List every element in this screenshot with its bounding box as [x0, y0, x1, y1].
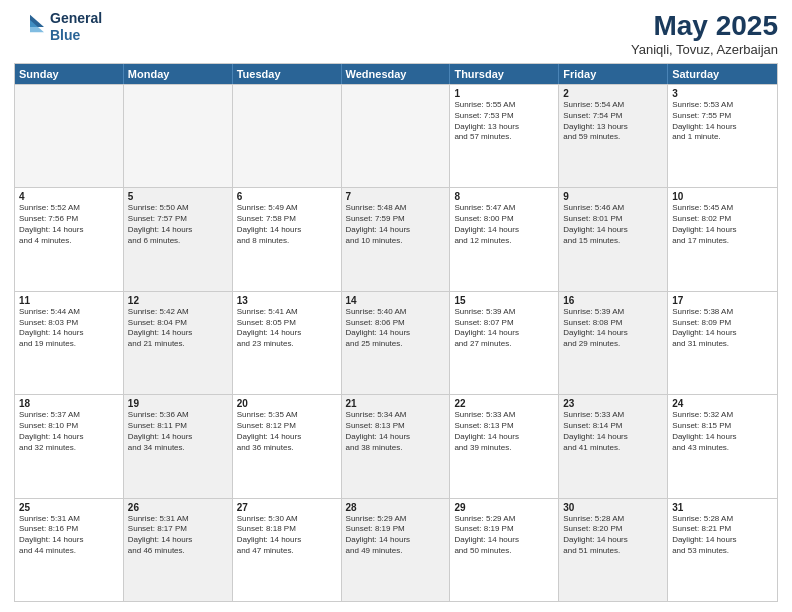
calendar-row-1: 4Sunrise: 5:52 AM Sunset: 7:56 PM Daylig… [15, 187, 777, 290]
cell-info: Sunrise: 5:52 AM Sunset: 7:56 PM Dayligh… [19, 203, 119, 246]
calendar-cell-3: 3Sunrise: 5:53 AM Sunset: 7:55 PM Daylig… [668, 85, 777, 187]
calendar-cell-17: 17Sunrise: 5:38 AM Sunset: 8:09 PM Dayli… [668, 292, 777, 394]
cell-info: Sunrise: 5:31 AM Sunset: 8:16 PM Dayligh… [19, 514, 119, 557]
calendar-row-2: 11Sunrise: 5:44 AM Sunset: 8:03 PM Dayli… [15, 291, 777, 394]
day-number: 14 [346, 295, 446, 306]
day-number: 8 [454, 191, 554, 202]
header-day-wednesday: Wednesday [342, 64, 451, 84]
day-number: 20 [237, 398, 337, 409]
calendar-cell-22: 22Sunrise: 5:33 AM Sunset: 8:13 PM Dayli… [450, 395, 559, 497]
cell-info: Sunrise: 5:39 AM Sunset: 8:08 PM Dayligh… [563, 307, 663, 350]
calendar-row-4: 25Sunrise: 5:31 AM Sunset: 8:16 PM Dayli… [15, 498, 777, 601]
calendar-cell-empty-0-0 [15, 85, 124, 187]
header-day-tuesday: Tuesday [233, 64, 342, 84]
calendar-row-0: 1Sunrise: 5:55 AM Sunset: 7:53 PM Daylig… [15, 84, 777, 187]
cell-info: Sunrise: 5:47 AM Sunset: 8:00 PM Dayligh… [454, 203, 554, 246]
cell-info: Sunrise: 5:38 AM Sunset: 8:09 PM Dayligh… [672, 307, 773, 350]
calendar-cell-14: 14Sunrise: 5:40 AM Sunset: 8:06 PM Dayli… [342, 292, 451, 394]
cell-info: Sunrise: 5:29 AM Sunset: 8:19 PM Dayligh… [346, 514, 446, 557]
cell-info: Sunrise: 5:50 AM Sunset: 7:57 PM Dayligh… [128, 203, 228, 246]
calendar-cell-8: 8Sunrise: 5:47 AM Sunset: 8:00 PM Daylig… [450, 188, 559, 290]
cell-info: Sunrise: 5:44 AM Sunset: 8:03 PM Dayligh… [19, 307, 119, 350]
day-number: 25 [19, 502, 119, 513]
day-number: 29 [454, 502, 554, 513]
cell-info: Sunrise: 5:54 AM Sunset: 7:54 PM Dayligh… [563, 100, 663, 143]
calendar-cell-empty-0-2 [233, 85, 342, 187]
calendar-header: SundayMondayTuesdayWednesdayThursdayFrid… [15, 64, 777, 84]
page: General Blue May 2025 Yaniqli, Tovuz, Az… [0, 0, 792, 612]
calendar-cell-7: 7Sunrise: 5:48 AM Sunset: 7:59 PM Daylig… [342, 188, 451, 290]
cell-info: Sunrise: 5:33 AM Sunset: 8:14 PM Dayligh… [563, 410, 663, 453]
day-number: 12 [128, 295, 228, 306]
title-block: May 2025 Yaniqli, Tovuz, Azerbaijan [631, 10, 778, 57]
day-number: 5 [128, 191, 228, 202]
calendar-cell-23: 23Sunrise: 5:33 AM Sunset: 8:14 PM Dayli… [559, 395, 668, 497]
day-number: 26 [128, 502, 228, 513]
day-number: 2 [563, 88, 663, 99]
calendar-cell-empty-0-3 [342, 85, 451, 187]
calendar-cell-5: 5Sunrise: 5:50 AM Sunset: 7:57 PM Daylig… [124, 188, 233, 290]
calendar-cell-16: 16Sunrise: 5:39 AM Sunset: 8:08 PM Dayli… [559, 292, 668, 394]
cell-info: Sunrise: 5:49 AM Sunset: 7:58 PM Dayligh… [237, 203, 337, 246]
calendar-cell-13: 13Sunrise: 5:41 AM Sunset: 8:05 PM Dayli… [233, 292, 342, 394]
header-day-monday: Monday [124, 64, 233, 84]
cell-info: Sunrise: 5:42 AM Sunset: 8:04 PM Dayligh… [128, 307, 228, 350]
calendar-cell-21: 21Sunrise: 5:34 AM Sunset: 8:13 PM Dayli… [342, 395, 451, 497]
day-number: 17 [672, 295, 773, 306]
main-title: May 2025 [631, 10, 778, 42]
calendar-cell-10: 10Sunrise: 5:45 AM Sunset: 8:02 PM Dayli… [668, 188, 777, 290]
calendar-cell-18: 18Sunrise: 5:37 AM Sunset: 8:10 PM Dayli… [15, 395, 124, 497]
day-number: 18 [19, 398, 119, 409]
calendar-cell-12: 12Sunrise: 5:42 AM Sunset: 8:04 PM Dayli… [124, 292, 233, 394]
day-number: 4 [19, 191, 119, 202]
calendar-cell-24: 24Sunrise: 5:32 AM Sunset: 8:15 PM Dayli… [668, 395, 777, 497]
day-number: 21 [346, 398, 446, 409]
day-number: 3 [672, 88, 773, 99]
cell-info: Sunrise: 5:53 AM Sunset: 7:55 PM Dayligh… [672, 100, 773, 143]
cell-info: Sunrise: 5:55 AM Sunset: 7:53 PM Dayligh… [454, 100, 554, 143]
logo-text: General Blue [50, 10, 102, 44]
calendar-cell-1: 1Sunrise: 5:55 AM Sunset: 7:53 PM Daylig… [450, 85, 559, 187]
day-number: 31 [672, 502, 773, 513]
day-number: 13 [237, 295, 337, 306]
day-number: 19 [128, 398, 228, 409]
cell-info: Sunrise: 5:29 AM Sunset: 8:19 PM Dayligh… [454, 514, 554, 557]
cell-info: Sunrise: 5:31 AM Sunset: 8:17 PM Dayligh… [128, 514, 228, 557]
day-number: 28 [346, 502, 446, 513]
cell-info: Sunrise: 5:45 AM Sunset: 8:02 PM Dayligh… [672, 203, 773, 246]
day-number: 22 [454, 398, 554, 409]
cell-info: Sunrise: 5:28 AM Sunset: 8:21 PM Dayligh… [672, 514, 773, 557]
calendar-cell-31: 31Sunrise: 5:28 AM Sunset: 8:21 PM Dayli… [668, 499, 777, 601]
calendar-cell-25: 25Sunrise: 5:31 AM Sunset: 8:16 PM Dayli… [15, 499, 124, 601]
calendar-cell-empty-0-1 [124, 85, 233, 187]
calendar-cell-28: 28Sunrise: 5:29 AM Sunset: 8:19 PM Dayli… [342, 499, 451, 601]
cell-info: Sunrise: 5:46 AM Sunset: 8:01 PM Dayligh… [563, 203, 663, 246]
calendar-cell-30: 30Sunrise: 5:28 AM Sunset: 8:20 PM Dayli… [559, 499, 668, 601]
logo: General Blue [14, 10, 102, 44]
cell-info: Sunrise: 5:37 AM Sunset: 8:10 PM Dayligh… [19, 410, 119, 453]
cell-info: Sunrise: 5:40 AM Sunset: 8:06 PM Dayligh… [346, 307, 446, 350]
cell-info: Sunrise: 5:30 AM Sunset: 8:18 PM Dayligh… [237, 514, 337, 557]
day-number: 9 [563, 191, 663, 202]
calendar-cell-19: 19Sunrise: 5:36 AM Sunset: 8:11 PM Dayli… [124, 395, 233, 497]
cell-info: Sunrise: 5:33 AM Sunset: 8:13 PM Dayligh… [454, 410, 554, 453]
calendar-cell-9: 9Sunrise: 5:46 AM Sunset: 8:01 PM Daylig… [559, 188, 668, 290]
cell-info: Sunrise: 5:48 AM Sunset: 7:59 PM Dayligh… [346, 203, 446, 246]
day-number: 16 [563, 295, 663, 306]
header-day-saturday: Saturday [668, 64, 777, 84]
day-number: 7 [346, 191, 446, 202]
day-number: 27 [237, 502, 337, 513]
header-day-thursday: Thursday [450, 64, 559, 84]
cell-info: Sunrise: 5:32 AM Sunset: 8:15 PM Dayligh… [672, 410, 773, 453]
subtitle: Yaniqli, Tovuz, Azerbaijan [631, 42, 778, 57]
header: General Blue May 2025 Yaniqli, Tovuz, Az… [14, 10, 778, 57]
header-day-friday: Friday [559, 64, 668, 84]
calendar-cell-26: 26Sunrise: 5:31 AM Sunset: 8:17 PM Dayli… [124, 499, 233, 601]
day-number: 15 [454, 295, 554, 306]
calendar-cell-15: 15Sunrise: 5:39 AM Sunset: 8:07 PM Dayli… [450, 292, 559, 394]
day-number: 1 [454, 88, 554, 99]
calendar-cell-6: 6Sunrise: 5:49 AM Sunset: 7:58 PM Daylig… [233, 188, 342, 290]
logo-icon [14, 13, 46, 41]
header-day-sunday: Sunday [15, 64, 124, 84]
cell-info: Sunrise: 5:39 AM Sunset: 8:07 PM Dayligh… [454, 307, 554, 350]
